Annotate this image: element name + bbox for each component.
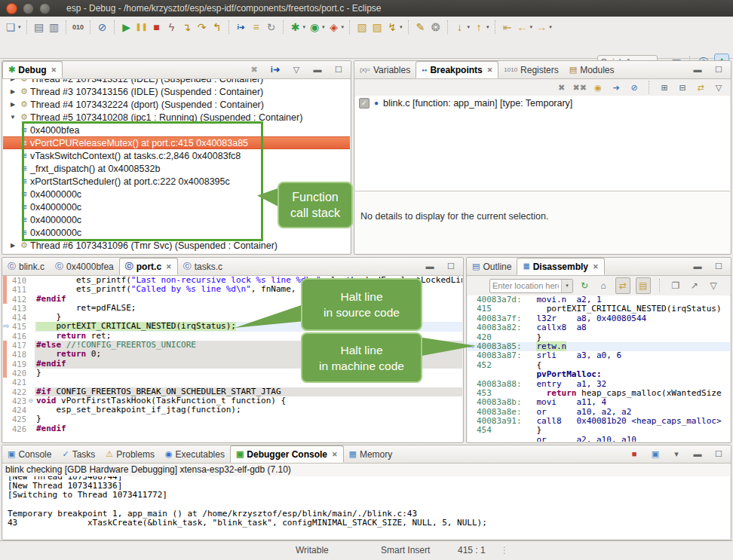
thread-row[interactable]: ▶⚙Thread #2 1073413312 (IDLE) (Suspended… xyxy=(3,79,350,85)
run-menu-caret[interactable]: ▾ xyxy=(322,24,325,30)
remove-all-breakpoints-icon[interactable]: ✖✖ xyxy=(573,81,587,94)
window-close-button[interactable] xyxy=(6,3,17,14)
next-annotation-icon[interactable]: ↓ xyxy=(453,19,467,35)
close-icon[interactable]: ✕ xyxy=(166,263,172,271)
next-annotation-menu-caret[interactable]: ▾ xyxy=(468,24,471,30)
step-over-icon[interactable]: ↷ xyxy=(195,19,209,35)
forward-icon[interactable]: → xyxy=(535,19,548,35)
sync-with-active-debug-context-icon[interactable]: ⇄ xyxy=(615,277,630,294)
show-execution-point-icon[interactable]: ≡ xyxy=(250,19,263,35)
titlebar[interactable]: esp - Debug - /home/krzysztof/esp/esp-id… xyxy=(0,0,733,17)
maximize-icon[interactable]: ☐ xyxy=(332,63,345,77)
view-menu-icon[interactable]: ▽ xyxy=(707,278,720,293)
twisty-collapsed-icon[interactable]: ▶ xyxy=(8,101,18,108)
tab-console[interactable]: ▣Console xyxy=(2,445,57,463)
minimize-icon[interactable]: ▬ xyxy=(423,260,437,274)
thread-row[interactable]: ▼⚙Thread #5 1073410208 (ipc1 : Running) … xyxy=(3,111,350,124)
toggle-mark-occurrences-icon[interactable]: ✎ xyxy=(414,19,428,35)
tab-debugger-console[interactable]: ▣Debugger Console✕ xyxy=(230,445,344,463)
skip-all-breakpoints-icon[interactable]: ⊘ xyxy=(627,81,641,94)
console-output[interactable]: [New Thread 1073468744][New Thread 10734… xyxy=(3,476,730,539)
skip-all-breakpoints-icon[interactable]: ⊘ xyxy=(96,19,109,35)
close-icon[interactable]: ✕ xyxy=(487,66,493,74)
view-menu-icon[interactable]: ▽ xyxy=(290,63,303,77)
search-menu-caret[interactable]: ▾ xyxy=(400,24,403,30)
thread-row[interactable]: ▶⚙Thread #6 1073431096 (Tmr Svc) (Suspen… xyxy=(3,239,350,252)
link-with-debug-view-icon[interactable]: ⇄ xyxy=(694,81,707,94)
restart-icon[interactable]: ↻ xyxy=(265,19,278,35)
stack-frame-row[interactable]: ≡0x4000000c xyxy=(3,200,350,213)
save-icon[interactable]: ▤ xyxy=(32,19,46,35)
tab-memory[interactable]: ▦Memory xyxy=(344,445,398,463)
twisty-collapsed-icon[interactable]: ▶ xyxy=(8,88,18,95)
stack-frame-row[interactable]: ≡_frxt_dispatch() at 0x4008532b xyxy=(3,162,350,175)
collapse-all-icon[interactable]: ⊟ xyxy=(676,81,689,94)
back-menu-caret[interactable]: ▾ xyxy=(530,24,533,30)
tab-debug[interactable]: ✱Debug✕ xyxy=(2,61,63,78)
instruction-stepping-icon[interactable]: i➜ xyxy=(235,19,248,35)
window-maximize-button[interactable] xyxy=(39,3,51,14)
tab-modules[interactable]: ▤Modules xyxy=(564,61,620,78)
previous-annotation-menu-caret[interactable]: ▾ xyxy=(486,24,489,30)
last-edit-location-icon[interactable]: ⇤ xyxy=(501,19,514,35)
save-all-icon[interactable]: ▥ xyxy=(48,19,61,35)
terminate-icon[interactable]: ■ xyxy=(150,19,164,35)
stack-frame-row[interactable]: ≡vPortCPUReleaseMutex() at port.c:415 0x… xyxy=(3,136,350,149)
stack-frame-row[interactable]: ≡0x4000000c xyxy=(3,213,350,226)
tab-blink-c[interactable]: ⓒblink.c xyxy=(2,258,50,275)
resume-icon[interactable]: ▶ xyxy=(120,19,133,35)
minimize-icon[interactable]: ▬ xyxy=(691,63,704,77)
location-input[interactable] xyxy=(490,281,561,290)
new-cpp-project-icon[interactable]: ▧ xyxy=(355,19,369,35)
tab-0x4000bfea[interactable]: ⓒ0x4000bfea xyxy=(50,258,119,275)
close-icon[interactable]: ✕ xyxy=(593,263,599,271)
debug-menu-caret[interactable]: ▾ xyxy=(303,24,306,30)
stack-frame-row[interactable]: ≡xPortStartScheduler() at port.c:222 0x4… xyxy=(3,175,350,188)
tab-problems[interactable]: ⚠Problems xyxy=(100,445,160,463)
external-tools-icon[interactable]: ◈ xyxy=(327,19,341,35)
stack-frame-row[interactable]: ≡0x4000000c xyxy=(3,226,350,239)
display-selected-console-icon[interactable]: ▣ xyxy=(649,448,662,461)
minimize-icon[interactable]: ▬ xyxy=(691,260,704,274)
annotation-navigation-icon[interactable]: ❂ xyxy=(429,19,443,35)
close-icon[interactable]: ✕ xyxy=(51,66,57,74)
close-icon[interactable]: ✕ xyxy=(332,451,338,458)
location-combo[interactable]: ▾ xyxy=(489,279,573,293)
tab-tasks-c[interactable]: ⓒtasks.c xyxy=(178,258,228,275)
minimize-icon[interactable]: ▬ xyxy=(691,448,704,461)
external-tools-menu-caret[interactable]: ▾ xyxy=(342,24,345,30)
stack-frame-row[interactable]: ≡0x4000000c xyxy=(3,188,350,200)
twisty-expanded-icon[interactable]: ▼ xyxy=(8,114,18,121)
open-element-icon[interactable]: ▨ xyxy=(370,19,384,35)
twisty-collapsed-icon[interactable]: ▶ xyxy=(8,79,18,82)
tab-breakpoints[interactable]: ●●Breakpoints✕ xyxy=(416,61,498,78)
breakpoint-row[interactable]: ✓ ● blink.c [function: app_main] [type: … xyxy=(355,96,730,110)
pin-view-icon[interactable]: ↗ xyxy=(688,278,701,293)
maximize-icon[interactable]: ☐ xyxy=(444,260,458,274)
new-wizard-menu-caret[interactable]: ▾ xyxy=(18,24,21,30)
thread-row[interactable]: ▶⚙Thread #3 1073413156 (IDLE) (Suspended… xyxy=(3,85,350,98)
thread-row[interactable]: ▶⚙Thread #4 1073432224 (dport) (Suspende… xyxy=(3,98,350,111)
tab-port-c[interactable]: ⓒport.c✕ xyxy=(119,258,178,275)
tab-disassembly[interactable]: ≣Disassembly✕ xyxy=(517,258,604,275)
debug-tree[interactable]: ▶⚙Thread #2 1073413312 (IDLE) (Suspended… xyxy=(3,79,350,253)
step-into-icon[interactable]: ↴ xyxy=(180,19,194,35)
window-minimize-button[interactable] xyxy=(23,3,34,14)
disassembly-listing[interactable]: 40083a7d: movi.n a2, 1415 portEXIT_CRITI… xyxy=(468,295,730,442)
minimize-icon[interactable]: ▬ xyxy=(311,63,324,77)
twisty-collapsed-icon[interactable]: ▶ xyxy=(8,242,18,249)
tab-tasks[interactable]: ✓Tasks xyxy=(57,445,100,463)
remove-all-terminated-icon[interactable]: ✖ xyxy=(247,63,261,77)
run-icon[interactable]: ◉ xyxy=(308,19,321,35)
debug-icon[interactable]: ✱ xyxy=(289,19,302,35)
home-icon[interactable]: ⌂ xyxy=(597,278,610,293)
open-new-view-icon[interactable]: ❐ xyxy=(669,278,682,293)
show-source-icon[interactable]: ▤ xyxy=(636,277,651,294)
terminate-console-icon[interactable]: ■ xyxy=(627,448,641,461)
refresh-view-icon[interactable]: ↻ xyxy=(578,278,591,293)
tab-outline[interactable]: ▤Outline xyxy=(467,258,517,275)
view-menu-icon[interactable]: ▽ xyxy=(712,81,725,94)
breakpoint-checkbox[interactable]: ✓ xyxy=(359,98,370,109)
step-return-icon[interactable]: ↰ xyxy=(210,19,224,35)
remove-breakpoint-icon[interactable]: ✖ xyxy=(555,81,569,94)
